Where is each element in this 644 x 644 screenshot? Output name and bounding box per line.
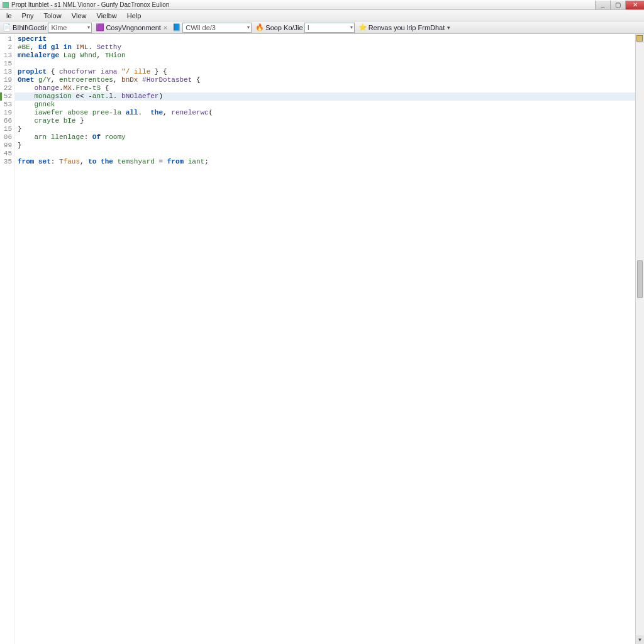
line-number: 66	[0, 117, 12, 125]
code-line[interactable]: Onet g/Y, entroerentoes, bnDx #HorDotasb…	[18, 76, 633, 84]
maximize-button[interactable]: ▢	[610, 1, 625, 9]
vertical-scrollbar[interactable]: ▲ ▼	[635, 34, 644, 644]
close-tab-icon[interactable]: ×	[162, 24, 169, 31]
menubar: le Pny Tolow Vlew Vielbw Help	[0, 10, 644, 21]
code-line[interactable]: from set: Tfaus, to the temshyard = from…	[18, 158, 633, 166]
toolbar-group-1: 📄 BIhlI\Goctir Kime	[3, 23, 92, 33]
toolbar-combo-1[interactable]: Kime	[48, 23, 92, 33]
close-button[interactable]: ✕	[625, 1, 644, 9]
code-line[interactable]: proplct { chocforwr iana "/ ille } {	[18, 68, 633, 76]
line-number: 45	[0, 150, 12, 158]
toolbar-group-3: 📘 CWil de/3	[172, 23, 252, 33]
minimize-button[interactable]: _	[595, 1, 610, 9]
toolbar-label-1: BIhlI\Goctir	[13, 24, 47, 31]
window-titlebar: Propt Itunblet - s1 NML Vionor - Gunfy D…	[0, 0, 644, 10]
code-line[interactable]: ohange.MX.Fre-tS {	[18, 84, 633, 92]
line-number: 99	[0, 142, 12, 150]
line-number: 1	[0, 35, 12, 43]
menu-pny[interactable]: Pny	[17, 11, 39, 20]
window-title: Propt Itunblet - s1 NML Vionor - Gunfy D…	[11, 1, 169, 8]
line-number: 53	[0, 101, 12, 109]
line-number: 15	[0, 125, 12, 133]
code-line[interactable]: }	[18, 125, 633, 133]
toolbar-combo-1-value: Kime	[51, 24, 67, 31]
code-line[interactable]: }	[18, 142, 633, 150]
toolbar-label-4: Soop Ko/Jie	[265, 24, 303, 31]
script-icon: 📘	[172, 23, 181, 32]
code-line[interactable]: monagsion e< -ant.l. bNOlaefer)	[15, 92, 635, 101]
line-number: 2	[0, 43, 12, 52]
code-line[interactable]: gnnek	[18, 101, 633, 109]
app-icon	[3, 2, 9, 8]
line-number: 13	[0, 52, 12, 60]
toolbar-label-5: Renvas you lrip FrmDhat	[369, 24, 445, 31]
scroll-down-arrow-icon[interactable]: ▼	[636, 635, 644, 644]
code-line[interactable]: iawefer abose pree-la all. the, renelerw…	[18, 109, 633, 117]
line-number: 13	[0, 68, 12, 76]
code-line[interactable]	[18, 150, 633, 158]
code-editor[interactable]: specrit#BE, Ed gl in IML. Setthymnelaler…	[15, 34, 635, 644]
scrollbar-thumb[interactable]	[637, 260, 643, 298]
code-line[interactable]: crayte bIe }	[18, 117, 633, 125]
menu-help[interactable]: Help	[122, 11, 147, 20]
menu-vielbw[interactable]: Vielbw	[92, 11, 122, 20]
menu-file[interactable]: le	[1, 11, 17, 20]
line-number: 19	[0, 109, 12, 117]
window-controls: _ ▢ ✕	[595, 1, 644, 9]
toolbar-group-2: 🟪 CosyVngnonment ×	[96, 23, 169, 32]
document-icon: 📄	[3, 23, 11, 32]
line-number-gutter: 121315131922525319661506994535	[0, 34, 15, 644]
line-number: 15	[0, 60, 12, 68]
star-icon: ⭐	[358, 23, 367, 32]
line-number: 19	[0, 76, 12, 84]
toolbar-combo-3[interactable]: CWil de/3	[182, 23, 252, 33]
search-icon: 🔥	[255, 23, 264, 32]
code-line[interactable]: mnelalerge Lag Whnd, THion	[18, 52, 633, 60]
code-line[interactable]: arn llenlage: Of roomy	[18, 133, 633, 142]
code-line[interactable]: #BE, Ed gl in IML. Setthy	[18, 43, 633, 52]
toolbar-combo-4-value: I	[308, 24, 309, 31]
toolbar-combo-3-value: CWil de/3	[186, 24, 216, 31]
toolbar-group-5: ⭐ Renvas you lrip FrmDhat ▾	[358, 23, 452, 32]
code-line[interactable]	[18, 60, 633, 68]
toolbar: 📄 BIhlI\Goctir Kime 🟪 CosyVngnonment × 📘…	[0, 21, 644, 34]
toolbar-label-2: CosyVngnonment	[106, 24, 160, 31]
menu-view[interactable]: Vlew	[67, 11, 92, 20]
menu-tolow[interactable]: Tolow	[39, 11, 67, 20]
toolbar-group-4: 🔥 Soop Ko/Jie I	[255, 23, 354, 33]
dropdown-icon[interactable]: ▾	[446, 25, 452, 31]
line-number: 22	[0, 84, 12, 92]
code-line[interactable]: specrit	[18, 35, 633, 43]
line-number: 35	[0, 158, 12, 166]
module-icon: 🟪	[96, 23, 104, 32]
toolbar-combo-4[interactable]: I	[304, 23, 355, 33]
line-number: 06	[0, 133, 12, 142]
editor-corner-icon	[636, 35, 643, 42]
editor-area: 121315131922525319661506994535 specrit#B…	[0, 34, 644, 644]
